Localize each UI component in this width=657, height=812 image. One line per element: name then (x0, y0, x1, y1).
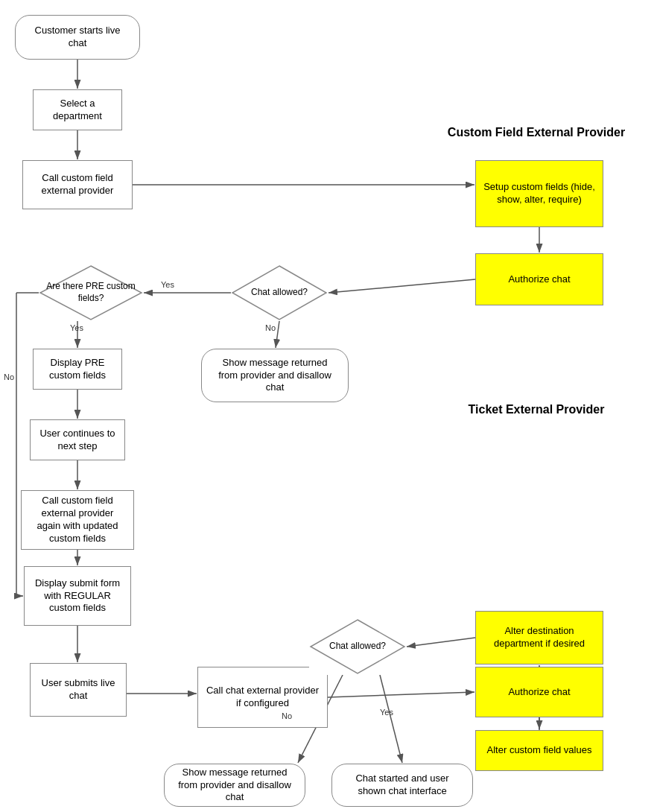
svg-line-17 (328, 692, 475, 697)
pre-custom-fields-diamond: Are there PRE custom fields? (39, 264, 143, 321)
section-title-ticket: Ticket External Provider (432, 402, 641, 418)
user-submits-node: User submits live chat (30, 663, 127, 717)
call-custom-again-node: Call custom field external provider agai… (21, 490, 134, 550)
authorize-chat1-node: Authorize chat (475, 253, 603, 305)
svg-line-20 (407, 638, 475, 647)
display-regular-node: Display submit form with REGULAR custom … (24, 566, 131, 626)
svg-line-5 (328, 279, 475, 293)
customer-start-node: Customer starts live chat (15, 15, 140, 60)
alter-custom-values-node: Alter custom field values (475, 730, 603, 771)
chat-allowed-diamond1: Chat allowed? (231, 264, 328, 321)
select-dept-node: Select a department (33, 89, 122, 130)
chat-started-node: Chat started and user shown chat interfa… (331, 764, 473, 807)
display-pre-node: Display PRE custom fields (33, 349, 122, 390)
authorize-chat2-node: Authorize chat (475, 667, 603, 717)
chat-allowed-diamond2: Chat allowed? (309, 618, 406, 675)
show-msg-disallow2-node: Show message returned from provider and … (164, 764, 305, 807)
call-chat-external-node: Call chat external provider if configure… (197, 667, 328, 728)
user-continues-node: User continues to next step (30, 419, 125, 460)
alter-destination-node: Alter destination department if desired (475, 611, 603, 664)
show-msg-disallow1-node: Show message returned from provider and … (201, 349, 349, 402)
section-title-custom: Custom Field External Provider (432, 125, 641, 141)
svg-line-7 (276, 321, 279, 348)
call-custom-field-node: Call custom field external provider (22, 160, 133, 209)
setup-custom-fields-node: Setup custom fields (hide, show, alter, … (475, 160, 603, 227)
